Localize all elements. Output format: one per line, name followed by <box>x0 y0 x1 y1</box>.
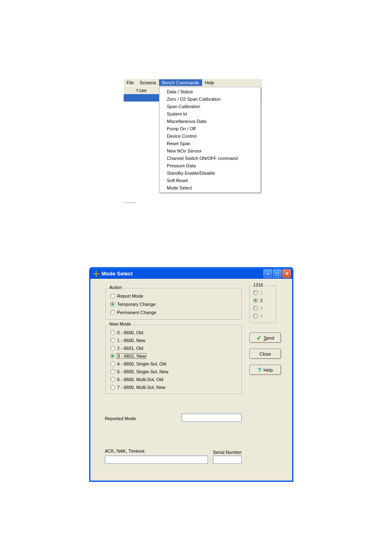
menu-soft-reset[interactable]: Soft Reset <box>159 177 261 184</box>
close-button[interactable]: ✕ <box>282 269 291 278</box>
group-action: Action Report Mode Temporary Change Perm… <box>105 287 242 320</box>
radio-icon <box>110 369 115 374</box>
reported-mode-field[interactable] <box>182 414 242 422</box>
radio-mode-0[interactable]: 0 - 6600, Old <box>110 329 143 336</box>
radio-mode-3[interactable]: 3 - 6601, New <box>110 353 146 359</box>
maximize-icon: □ <box>276 271 279 276</box>
ack-nak-timeout-field[interactable] <box>105 456 208 464</box>
group-1316: 1316 1 2 3 4 <box>249 285 277 324</box>
window-title: Mode Select <box>101 271 133 277</box>
radio-1316-4: 4 <box>253 313 263 319</box>
group-new-mode: New Mode 0 - 6600, Old 1 - 6600, New 2 -… <box>105 324 242 395</box>
group-1316-legend: 1316 <box>252 282 264 287</box>
ack-nak-timeout-label: ACK, NAK, Timeout <box>105 449 145 453</box>
menu-screens[interactable]: Screens <box>137 79 159 86</box>
radio-mode-5[interactable]: 5 - 6800, Single-Sol, New <box>110 368 168 375</box>
radio-mode-7[interactable]: 7 - 6800, Multi-Sol, New <box>110 384 165 391</box>
menu-system-id[interactable]: System Id <box>159 110 261 118</box>
radio-label: 2 - 6601, Old <box>117 346 143 351</box>
radio-icon <box>110 385 115 390</box>
radio-permanent-change[interactable]: Permanent Change <box>110 309 156 316</box>
menu-device-control[interactable]: Device Control <box>159 132 261 140</box>
radio-icon <box>110 294 115 298</box>
serial-number-field[interactable] <box>213 456 242 464</box>
minimize-icon: – <box>266 271 269 276</box>
radio-label: Temporary Change <box>117 302 156 307</box>
radio-icon <box>110 377 115 382</box>
radio-mode-6[interactable]: 6 - 6800, Multi-Sol, Old <box>110 376 164 383</box>
help-button[interactable]: ? Help <box>249 365 281 375</box>
menu-standby-enable-disable[interactable]: Standby Enable/Disable <box>159 169 261 177</box>
radio-icon <box>253 298 258 303</box>
radio-mode-4[interactable]: 4 - 6800, Single-Sol, Old <box>110 361 166 367</box>
close-dialog-button[interactable]: Close <box>249 349 281 359</box>
radio-mode-2[interactable]: 2 - 6601, Old <box>110 345 143 352</box>
radio-icon <box>110 302 115 307</box>
menu-channel-switch-on-off[interactable]: Channel Switch ON/OFF command <box>159 155 261 162</box>
menubar: File Screens Bench Commands Help <box>124 79 262 87</box>
menu-miscellaneous-data[interactable]: Miscellaneous Data <box>159 118 261 125</box>
menu-mode-select[interactable]: Mode Select <box>159 184 261 192</box>
app-window-menubar: File Screens Bench Commands Help Time Da… <box>124 79 262 202</box>
radio-1316-2[interactable]: 2 <box>253 297 263 304</box>
radio-1316-3: 3 <box>253 305 263 312</box>
menu-zero-o2-span-calibration[interactable]: Zero / O2 Span Calibration <box>159 95 261 103</box>
menu-new-nox-sensor[interactable]: New NOx Sensor <box>159 147 261 155</box>
radio-report-mode[interactable]: Report Mode <box>110 293 143 299</box>
client-area: Action Report Mode Temporary Change Perm… <box>90 279 292 481</box>
menu-reset-span[interactable]: Reset Span <box>159 140 261 147</box>
group-new-mode-legend: New Mode <box>108 321 132 326</box>
radio-icon <box>253 306 258 311</box>
reported-mode-label: Reported Mode <box>105 416 136 421</box>
radio-label: 0 - 6600, Old <box>117 330 143 335</box>
send-button[interactable]: ✓ Send <box>249 333 281 343</box>
radio-icon <box>110 361 115 366</box>
radio-label: 1 - 6600, New <box>117 338 145 343</box>
menu-span-calibration[interactable]: Span Calibration <box>159 103 261 110</box>
app-icon <box>93 271 99 277</box>
radio-label: 7 - 6800, Multi-Sol, New <box>117 385 165 390</box>
radio-icon <box>253 290 258 295</box>
radio-label: Permanent Change <box>117 310 156 315</box>
bench-commands-dropdown: Data / Status Zero / O2 Span Calibration… <box>159 87 261 193</box>
menu-file[interactable]: File <box>124 79 137 86</box>
radio-icon <box>110 354 115 358</box>
radio-1316-1: 1 <box>253 289 263 296</box>
mode-select-window: Mode Select – □ ✕ Action Report Mode Tem… <box>89 267 293 482</box>
menu-bench-commands[interactable]: Bench Commands <box>159 79 202 86</box>
radio-icon <box>110 346 115 351</box>
radio-label: 5 - 6800, Single-Sol, New <box>117 369 168 374</box>
selected-cell[interactable] <box>124 94 159 102</box>
menu-pump-on-off[interactable]: Pump On / Off <box>159 125 261 132</box>
serial-number-label: Serial Number <box>213 450 242 455</box>
radio-label: 1 <box>260 290 263 295</box>
radio-label: 6 - 6800, Multi-Sol, Old <box>117 377 164 382</box>
maximize-button[interactable]: □ <box>273 269 281 278</box>
radio-label: 3 - 6601, New <box>117 354 146 358</box>
radio-label: 4 - 6800, Single-Sol, Old <box>117 361 166 366</box>
radio-label: 4 <box>260 314 263 319</box>
radio-icon <box>253 314 258 319</box>
radio-label: Report Mode <box>117 294 143 298</box>
send-button-label: Send <box>264 335 274 340</box>
help-button-label: Help <box>263 368 273 372</box>
minimize-button[interactable]: – <box>263 269 272 278</box>
group-action-legend: Action <box>108 285 123 290</box>
menu-data-status[interactable]: Data / Status <box>159 88 261 95</box>
menu-pressure-data[interactable]: Pressure Data <box>159 162 261 169</box>
radio-label: 2 <box>260 298 263 303</box>
radio-mode-1[interactable]: 1 - 6600, New <box>110 337 145 344</box>
close-button-label: Close <box>259 352 271 356</box>
titlebar[interactable]: Mode Select – □ ✕ <box>90 268 292 279</box>
radio-label: 3 <box>260 306 263 311</box>
radio-icon <box>110 310 115 315</box>
check-icon: ✓ <box>256 334 262 342</box>
radio-icon <box>110 330 115 335</box>
menu-help[interactable]: Help <box>202 79 217 86</box>
column-header-time: Time <box>124 88 159 93</box>
help-icon: ? <box>258 366 261 373</box>
close-icon: ✕ <box>285 271 289 276</box>
window-border-fragment <box>124 202 136 203</box>
radio-icon <box>110 338 115 343</box>
radio-temporary-change[interactable]: Temporary Change <box>110 301 156 308</box>
